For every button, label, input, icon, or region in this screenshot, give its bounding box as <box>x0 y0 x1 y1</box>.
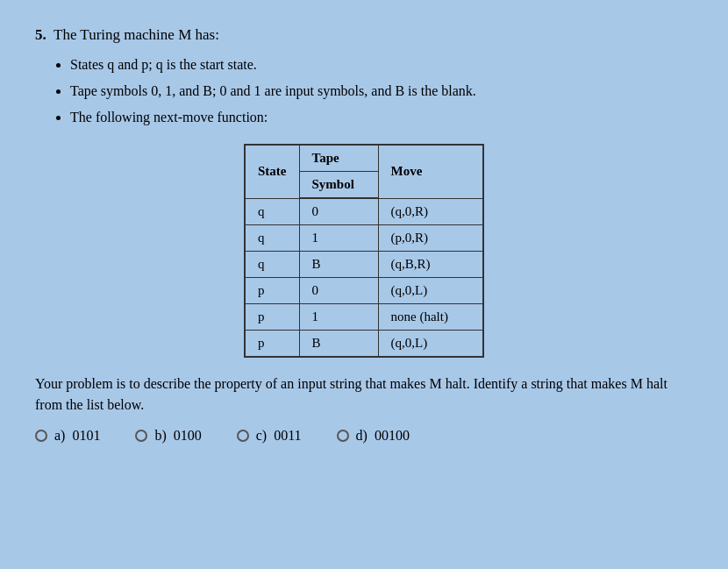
bullet-item-3: The following next-move function: <box>70 107 693 128</box>
question-number: 5. The Turing machine M has: <box>35 26 693 44</box>
option-d: d) 00100 <box>337 428 410 444</box>
option-a: a) 0101 <box>35 428 100 444</box>
cell-move-2: (q,B,R) <box>378 252 483 278</box>
cell-state-4: p <box>245 304 299 331</box>
table-header-row: State Tape Move <box>245 145 483 172</box>
radio-a[interactable] <box>35 430 47 442</box>
cell-tape-1: 1 <box>299 225 378 252</box>
bullet-list: States q and p; q is the start state. Ta… <box>70 54 693 128</box>
cell-tape-4: 1 <box>299 304 378 331</box>
cell-tape-2: B <box>299 252 378 278</box>
cell-state-3: p <box>245 278 299 304</box>
option-b: b) 0100 <box>135 428 201 444</box>
cell-move-1: (p,0,R) <box>378 225 483 252</box>
cell-move-0: (q,0,R) <box>378 198 483 225</box>
radio-d[interactable] <box>337 430 349 442</box>
table-row: p0(q,0,L) <box>245 278 483 304</box>
table-row: q1(p,0,R) <box>245 225 483 252</box>
header-tape: Tape <box>299 145 378 172</box>
cell-state-0: q <box>245 198 299 225</box>
bullet-item-1: States q and p; q is the start state. <box>70 54 693 75</box>
header-move: Move <box>378 145 483 198</box>
paragraph: Your problem is to describe the property… <box>35 373 693 416</box>
bullet-item-2: Tape symbols 0, 1, and B; 0 and 1 are in… <box>70 81 693 102</box>
cell-tape-3: 0 <box>299 278 378 304</box>
radio-b[interactable] <box>135 430 147 442</box>
cell-state-2: q <box>245 252 299 278</box>
header-symbol: Symbol <box>299 172 378 199</box>
table-row: qB(q,B,R) <box>245 252 483 278</box>
option-c-label: c) 0011 <box>256 428 302 444</box>
table-container: State Tape Move Symbol q0(q,0,R)q1(p,0,R… <box>35 144 693 358</box>
option-a-label: a) 0101 <box>54 428 100 444</box>
cell-state-5: p <box>245 331 299 358</box>
options-row: a) 0101 b) 0100 c) 0011 d) 00100 <box>35 428 693 444</box>
question-container: 5. The Turing machine M has: States q an… <box>35 26 693 444</box>
table-row: q0(q,0,R) <box>245 198 483 225</box>
cell-state-1: q <box>245 225 299 252</box>
cell-tape-0: 0 <box>299 198 378 225</box>
radio-c[interactable] <box>237 430 249 442</box>
turing-table: State Tape Move Symbol q0(q,0,R)q1(p,0,R… <box>244 144 484 358</box>
cell-tape-5: B <box>299 331 378 358</box>
table-row: pB(q,0,L) <box>245 331 483 358</box>
cell-move-3: (q,0,L) <box>378 278 483 304</box>
header-state: State <box>245 145 299 198</box>
question-intro-label: The Turing machine M has: <box>54 26 219 43</box>
option-b-label: b) 0100 <box>154 428 201 444</box>
option-d-label: d) 00100 <box>356 428 410 444</box>
cell-move-5: (q,0,L) <box>378 331 483 358</box>
cell-move-4: none (halt) <box>378 304 483 331</box>
option-c: c) 0011 <box>237 428 302 444</box>
table-body: q0(q,0,R)q1(p,0,R)qB(q,B,R)p0(q,0,L)p1no… <box>245 198 483 357</box>
table-row: p1none (halt) <box>245 304 483 331</box>
